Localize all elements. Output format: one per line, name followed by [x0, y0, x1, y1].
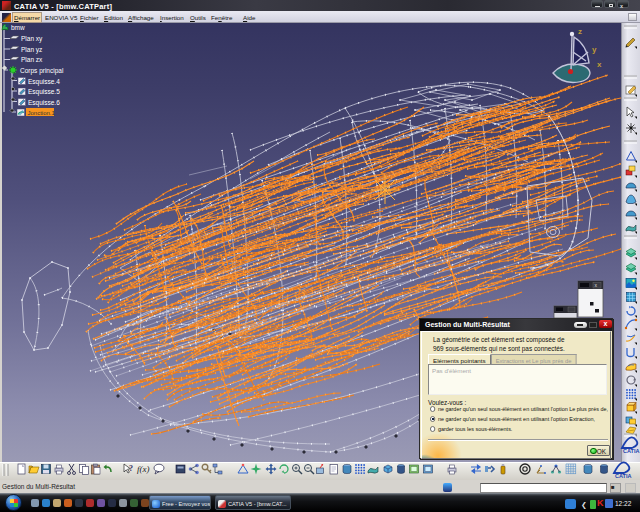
- svg-text:CATIA: CATIA: [615, 473, 631, 479]
- svg-text:f(x): f(x): [137, 464, 150, 474]
- svg-text:?: ?: [129, 464, 133, 473]
